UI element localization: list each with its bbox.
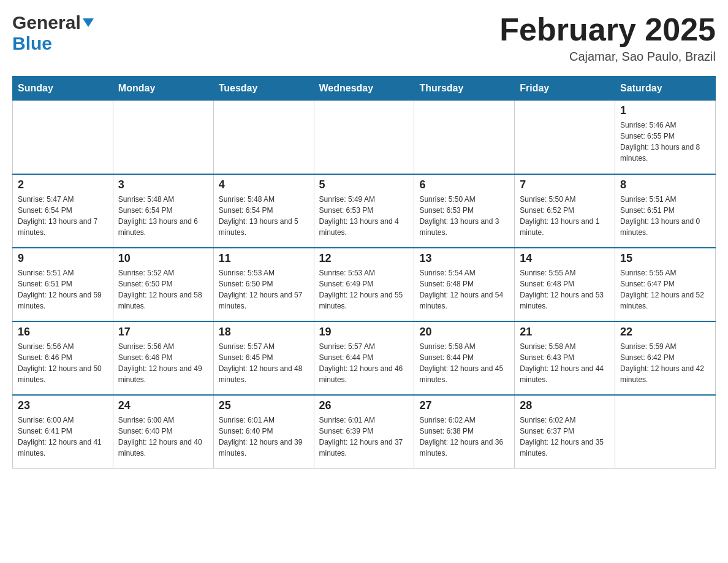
calendar-week-5: 23Sunrise: 6:00 AM Sunset: 6:41 PM Dayli…: [13, 395, 716, 469]
day-info: Sunrise: 5:56 AM Sunset: 6:46 PM Dayligh…: [18, 341, 108, 385]
day-number: 6: [419, 178, 509, 191]
day-info: Sunrise: 5:54 AM Sunset: 6:48 PM Dayligh…: [419, 267, 509, 312]
day-info: Sunrise: 5:48 AM Sunset: 6:54 PM Dayligh…: [219, 194, 309, 238]
day-number: 17: [118, 326, 208, 339]
day-number: 26: [319, 399, 409, 412]
table-row: [414, 101, 515, 174]
calendar-week-1: 1Sunrise: 5:46 AM Sunset: 6:55 PM Daylig…: [13, 101, 716, 174]
day-info: Sunrise: 5:49 AM Sunset: 6:53 PM Dayligh…: [319, 194, 409, 238]
table-row: 8Sunrise: 5:51 AM Sunset: 6:51 PM Daylig…: [615, 174, 716, 248]
table-row: [13, 101, 113, 174]
day-info: Sunrise: 5:48 AM Sunset: 6:54 PM Dayligh…: [118, 194, 208, 238]
day-number: 7: [520, 178, 610, 191]
table-row: [213, 101, 314, 174]
table-row: 9Sunrise: 5:51 AM Sunset: 6:51 PM Daylig…: [13, 248, 113, 321]
day-info: Sunrise: 6:01 AM Sunset: 6:39 PM Dayligh…: [319, 415, 409, 459]
day-info: Sunrise: 5:57 AM Sunset: 6:44 PM Dayligh…: [319, 341, 409, 385]
day-number: 16: [18, 326, 108, 339]
table-row: [615, 395, 716, 469]
table-row: 24Sunrise: 6:00 AM Sunset: 6:40 PM Dayli…: [113, 395, 213, 469]
table-row: 1Sunrise: 5:46 AM Sunset: 6:55 PM Daylig…: [615, 101, 716, 174]
logo-arrow-icon: [83, 18, 94, 29]
table-row: 6Sunrise: 5:50 AM Sunset: 6:53 PM Daylig…: [414, 174, 515, 248]
day-number: 10: [118, 252, 208, 265]
day-number: 18: [219, 326, 309, 339]
day-number: 11: [219, 252, 309, 265]
day-number: 27: [419, 399, 509, 412]
day-info: Sunrise: 6:00 AM Sunset: 6:41 PM Dayligh…: [18, 415, 108, 459]
table-row: 13Sunrise: 5:54 AM Sunset: 6:48 PM Dayli…: [414, 248, 515, 321]
day-number: 12: [319, 252, 409, 265]
col-saturday: Saturday: [615, 77, 716, 101]
table-row: 16Sunrise: 5:56 AM Sunset: 6:46 PM Dayli…: [13, 321, 113, 395]
calendar-table: Sunday Monday Tuesday Wednesday Thursday…: [12, 76, 716, 469]
calendar-week-4: 16Sunrise: 5:56 AM Sunset: 6:46 PM Dayli…: [13, 321, 716, 395]
table-row: 22Sunrise: 5:59 AM Sunset: 6:42 PM Dayli…: [615, 321, 716, 395]
calendar-subtitle: Cajamar, Sao Paulo, Brazil: [499, 50, 716, 64]
calendar-week-2: 2Sunrise: 5:47 AM Sunset: 6:54 PM Daylig…: [13, 174, 716, 248]
day-info: Sunrise: 5:55 AM Sunset: 6:47 PM Dayligh…: [620, 267, 710, 312]
day-info: Sunrise: 5:51 AM Sunset: 6:51 PM Dayligh…: [620, 194, 710, 238]
day-info: Sunrise: 6:01 AM Sunset: 6:40 PM Dayligh…: [219, 415, 309, 459]
table-row: 28Sunrise: 6:02 AM Sunset: 6:37 PM Dayli…: [515, 395, 615, 469]
col-friday: Friday: [515, 77, 615, 101]
day-number: 1: [620, 104, 710, 117]
page-header: General Blue February 2025 Cajamar, Sao …: [12, 12, 716, 64]
day-number: 9: [18, 252, 108, 265]
col-tuesday: Tuesday: [213, 77, 314, 101]
day-number: 4: [219, 178, 309, 191]
table-row: [113, 101, 213, 174]
table-row: 19Sunrise: 5:57 AM Sunset: 6:44 PM Dayli…: [314, 321, 414, 395]
day-number: 25: [219, 399, 309, 412]
table-row: 11Sunrise: 5:53 AM Sunset: 6:50 PM Dayli…: [213, 248, 314, 321]
logo-general-text: General: [12, 12, 81, 33]
calendar-week-3: 9Sunrise: 5:51 AM Sunset: 6:51 PM Daylig…: [13, 248, 716, 321]
table-row: [314, 101, 414, 174]
day-info: Sunrise: 5:55 AM Sunset: 6:48 PM Dayligh…: [520, 267, 610, 312]
table-row: 18Sunrise: 5:57 AM Sunset: 6:45 PM Dayli…: [213, 321, 314, 395]
table-row: 21Sunrise: 5:58 AM Sunset: 6:43 PM Dayli…: [515, 321, 615, 395]
table-row: 12Sunrise: 5:53 AM Sunset: 6:49 PM Dayli…: [314, 248, 414, 321]
col-monday: Monday: [113, 77, 213, 101]
day-number: 5: [319, 178, 409, 191]
day-info: Sunrise: 5:46 AM Sunset: 6:55 PM Dayligh…: [620, 120, 710, 164]
col-wednesday: Wednesday: [314, 77, 414, 101]
day-number: 21: [520, 326, 610, 339]
logo: General Blue: [12, 12, 94, 54]
day-info: Sunrise: 5:56 AM Sunset: 6:46 PM Dayligh…: [118, 341, 208, 385]
day-number: 23: [18, 399, 108, 412]
day-info: Sunrise: 6:00 AM Sunset: 6:40 PM Dayligh…: [118, 415, 208, 459]
day-info: Sunrise: 5:50 AM Sunset: 6:53 PM Dayligh…: [419, 194, 509, 238]
table-row: [515, 101, 615, 174]
col-sunday: Sunday: [13, 77, 113, 101]
table-row: 26Sunrise: 6:01 AM Sunset: 6:39 PM Dayli…: [314, 395, 414, 469]
table-row: 3Sunrise: 5:48 AM Sunset: 6:54 PM Daylig…: [113, 174, 213, 248]
table-row: 14Sunrise: 5:55 AM Sunset: 6:48 PM Dayli…: [515, 248, 615, 321]
day-info: Sunrise: 6:02 AM Sunset: 6:37 PM Dayligh…: [520, 415, 610, 459]
day-number: 8: [620, 178, 710, 191]
svg-marker-0: [83, 18, 94, 27]
day-info: Sunrise: 5:53 AM Sunset: 6:50 PM Dayligh…: [219, 267, 309, 312]
day-number: 20: [419, 326, 509, 339]
table-row: 17Sunrise: 5:56 AM Sunset: 6:46 PM Dayli…: [113, 321, 213, 395]
table-row: 5Sunrise: 5:49 AM Sunset: 6:53 PM Daylig…: [314, 174, 414, 248]
day-number: 13: [419, 252, 509, 265]
day-info: Sunrise: 5:53 AM Sunset: 6:49 PM Dayligh…: [319, 267, 409, 312]
table-row: 25Sunrise: 6:01 AM Sunset: 6:40 PM Dayli…: [213, 395, 314, 469]
calendar-title: February 2025: [499, 12, 716, 47]
table-row: 27Sunrise: 6:02 AM Sunset: 6:38 PM Dayli…: [414, 395, 515, 469]
day-info: Sunrise: 5:59 AM Sunset: 6:42 PM Dayligh…: [620, 341, 710, 385]
day-info: Sunrise: 5:50 AM Sunset: 6:52 PM Dayligh…: [520, 194, 610, 238]
logo-blue-text: Blue: [12, 33, 52, 53]
day-number: 24: [118, 399, 208, 412]
day-number: 15: [620, 252, 710, 265]
day-info: Sunrise: 5:52 AM Sunset: 6:50 PM Dayligh…: [118, 267, 208, 312]
day-number: 3: [118, 178, 208, 191]
table-row: 2Sunrise: 5:47 AM Sunset: 6:54 PM Daylig…: [13, 174, 113, 248]
day-info: Sunrise: 5:47 AM Sunset: 6:54 PM Dayligh…: [18, 194, 108, 238]
day-number: 2: [18, 178, 108, 191]
table-row: 15Sunrise: 5:55 AM Sunset: 6:47 PM Dayli…: [615, 248, 716, 321]
table-row: 23Sunrise: 6:00 AM Sunset: 6:41 PM Dayli…: [13, 395, 113, 469]
day-number: 14: [520, 252, 610, 265]
day-number: 28: [520, 399, 610, 412]
